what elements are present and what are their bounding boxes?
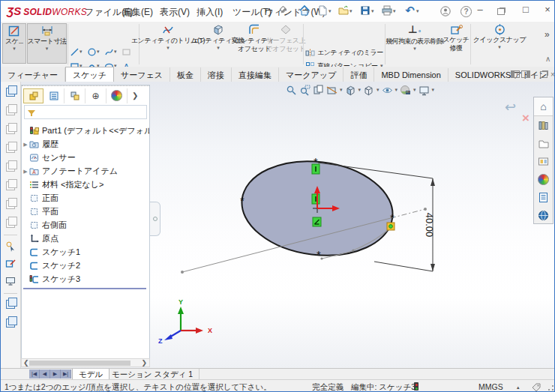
exit-sketch-icon[interactable]: ↩ xyxy=(505,99,516,115)
view-cube-active-icon[interactable] xyxy=(6,88,15,97)
file-explorer-button[interactable] xyxy=(534,134,553,152)
view-cube-icon[interactable] xyxy=(6,181,15,190)
home-icon[interactable] xyxy=(298,4,310,17)
save-dropdown[interactable]: ▾ xyxy=(371,8,374,14)
resize-grip[interactable] xyxy=(547,385,554,392)
display-style-icon[interactable] xyxy=(363,85,374,96)
scrollbar-thumb[interactable] xyxy=(29,361,130,366)
vertical-constraint-badge[interactable] xyxy=(312,164,320,174)
user-account-icon[interactable] xyxy=(439,5,452,18)
tag-icon[interactable] xyxy=(532,383,541,392)
pane-left-icon[interactable] xyxy=(511,70,520,78)
tab-evaluate[interactable]: 評価 xyxy=(344,67,374,82)
pane-right-icon[interactable] xyxy=(521,70,530,78)
tab-features[interactable]: フィーチャー xyxy=(1,67,65,82)
tab-configuration-manager[interactable] xyxy=(64,88,86,103)
spline-tool[interactable]: ▾ xyxy=(104,45,122,58)
coincident-constraint-badge[interactable] xyxy=(313,217,321,226)
display-style-dropdown[interactable]: ▾ xyxy=(376,87,380,93)
apply-scene-icon[interactable] xyxy=(400,85,411,96)
print-dropdown[interactable]: ▾ xyxy=(393,8,396,14)
doc-restore-icon[interactable] xyxy=(539,71,548,79)
section-dropdown[interactable]: ▾ xyxy=(340,87,343,93)
view-cube-icon[interactable] xyxy=(6,200,15,209)
menu-edit[interactable]: 編集(E) xyxy=(123,6,153,19)
design-library-button[interactable] xyxy=(534,116,553,134)
view-cube-icon[interactable] xyxy=(6,163,15,172)
appearances-button[interactable] xyxy=(534,170,553,188)
line-endpoint[interactable] xyxy=(181,271,184,274)
undo-icon[interactable]: ↶ xyxy=(404,4,416,17)
panel-collapse-handle[interactable] xyxy=(150,202,160,236)
cancel-sketch-icon[interactable]: × xyxy=(522,111,530,126)
tab-surfaces[interactable]: サーフェス xyxy=(114,67,170,82)
undo-dropdown[interactable]: ▾ xyxy=(416,8,419,14)
first-tab-button[interactable]: |◀ xyxy=(29,370,40,379)
orientation-dropdown[interactable]: ▾ xyxy=(358,87,362,93)
tree-item-front-plane[interactable]: 正面 xyxy=(22,192,149,205)
smart-dimension-dropdown[interactable]: ▾ xyxy=(46,46,49,52)
tree-item-sketch1[interactable]: スケッチ1 xyxy=(22,246,149,259)
tree-filter[interactable] xyxy=(24,105,147,119)
tree-item-sketch2[interactable]: スケッチ2 xyxy=(22,259,149,272)
hide-show-items-icon[interactable] xyxy=(382,85,393,96)
rollback-bar[interactable] xyxy=(23,288,146,289)
tree-item-sketch3[interactable]: スケッチ3 xyxy=(22,273,149,286)
ribbon-overflow-button[interactable]: » xyxy=(544,29,550,40)
zoom-fit-icon[interactable] xyxy=(286,85,297,96)
sketch-button[interactable]: スケ... ▾ xyxy=(2,23,26,64)
tab-sheet-metal[interactable]: 板金 xyxy=(170,67,201,82)
view-settings-icon[interactable] xyxy=(418,85,430,96)
motion-study-tab[interactable]: モーション スタディ 1 xyxy=(106,369,200,380)
tree-item-origin[interactable]: 原点 xyxy=(22,232,149,245)
custom-properties-button[interactable] xyxy=(534,188,553,206)
previous-view-icon[interactable] xyxy=(313,85,324,96)
quick-snaps-dropdown[interactable]: ▾ xyxy=(498,44,501,50)
vertical-constraint-badge[interactable] xyxy=(312,194,320,204)
tree-item-annotations[interactable]: ▶ A アノテートアイテム xyxy=(22,165,149,178)
trim-entities-button[interactable]: エンティティのトリム(T) ▾ xyxy=(140,23,196,64)
menu-insert[interactable]: 挿入(I) xyxy=(196,6,223,19)
print-icon[interactable] xyxy=(380,4,393,17)
help-icon[interactable]: ? xyxy=(460,6,472,19)
view-cube-icon[interactable] xyxy=(6,144,15,153)
open-icon[interactable] xyxy=(337,4,350,17)
view-settings-dropdown[interactable]: ▾ xyxy=(432,87,435,93)
scroll-left-icon[interactable]: ❮ xyxy=(23,359,29,367)
restore-button[interactable] xyxy=(494,6,508,17)
centerline[interactable] xyxy=(391,209,425,218)
offset-entities-button[interactable]: エンティティ オフセット xyxy=(239,23,269,64)
convert-dropdown[interactable]: ▾ xyxy=(217,45,220,51)
monitor-icon[interactable] xyxy=(5,276,16,286)
tab-property-manager[interactable] xyxy=(44,88,64,103)
view-sphere-icon[interactable] xyxy=(6,219,15,228)
view-cube-icon[interactable] xyxy=(6,106,15,115)
tab-direct-editing[interactable]: 直接編集 xyxy=(232,67,279,82)
minimize-button[interactable]: – xyxy=(473,4,487,15)
tree-item-right-plane[interactable]: 右側面 xyxy=(22,219,149,232)
tab-mbd-dimension[interactable]: MBD Dimension xyxy=(374,68,448,82)
scroll-right-icon[interactable]: ❯ xyxy=(141,359,147,367)
view-palette-button[interactable] xyxy=(534,152,553,170)
tree-item-sensors[interactable]: センサー xyxy=(22,151,149,164)
line-endpoint[interactable] xyxy=(424,208,427,211)
tree-root[interactable]: Part1 (デフォルト<<デフォルト>_表示状態 xyxy=(22,124,149,137)
maximize-button[interactable]: □ xyxy=(519,4,532,15)
stacked-parts-icon[interactable] xyxy=(6,300,15,309)
view-orientation-icon[interactable] xyxy=(345,85,356,96)
close-button[interactable]: × xyxy=(541,4,554,15)
expand-arrow-icon[interactable]: ▶ xyxy=(22,142,29,148)
constraints-dropdown[interactable]: ▾ xyxy=(413,46,416,52)
zoom-area-icon[interactable] xyxy=(299,85,310,96)
tab-feature-tree[interactable] xyxy=(23,88,44,103)
task-home-button[interactable]: ⌂ xyxy=(534,97,553,116)
mirror-entities-button[interactable]: エンティティのミラー xyxy=(305,46,383,58)
save-icon[interactable] xyxy=(358,4,371,17)
new-document-dropdown[interactable]: ▾ xyxy=(328,8,332,14)
convert-entities-button[interactable]: エンティティ変換 ▾ xyxy=(197,23,239,64)
circle-tool[interactable]: ▾ xyxy=(87,45,104,58)
tree-item-top-plane[interactable]: 平面 xyxy=(22,205,149,218)
solidworks-forum-button[interactable] xyxy=(534,206,553,224)
pin-menu-icon[interactable] xyxy=(279,7,288,16)
external-reference-point[interactable] xyxy=(387,223,394,230)
